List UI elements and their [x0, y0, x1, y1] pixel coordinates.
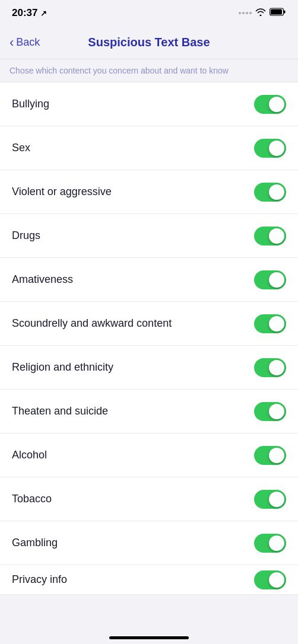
- list-item-tobacco: Tobacco: [0, 477, 298, 521]
- label-violent: Violent or aggressive: [12, 186, 112, 198]
- toggle-violent[interactable]: [254, 183, 286, 202]
- toggle-bullying[interactable]: [254, 95, 286, 114]
- subtitle-bar: Chose which contenct you concern about a…: [0, 59, 298, 82]
- nav-bar: ‹ Back Suspicious Text Base: [0, 26, 298, 59]
- signal-icon: [239, 12, 252, 14]
- status-time: 20:37 ↗: [12, 7, 47, 19]
- page-title: Suspicious Text Base: [88, 36, 210, 49]
- toggle-tobacco[interactable]: [254, 490, 286, 509]
- back-button[interactable]: ‹ Back: [9, 36, 40, 49]
- time-display: 20:37: [12, 7, 37, 19]
- list-item-scoundrelly: Scoundrelly and awkward content: [0, 302, 298, 346]
- home-indicator: [109, 636, 189, 639]
- battery-icon: [270, 8, 286, 18]
- list-item-amativeness: Amativeness: [0, 258, 298, 302]
- list-item-threaten: Theaten and suicide: [0, 390, 298, 433]
- label-sex: Sex: [12, 142, 30, 154]
- label-drugs: Drugs: [12, 229, 40, 242]
- status-bar: 20:37 ↗: [0, 0, 298, 26]
- toggle-gambling[interactable]: [254, 534, 286, 553]
- svg-rect-1: [271, 9, 282, 15]
- list-item-alcohol: Alcohol: [0, 433, 298, 477]
- toggle-religion[interactable]: [254, 358, 286, 377]
- wifi-icon: [255, 8, 266, 18]
- toggle-sex[interactable]: [254, 139, 286, 158]
- list-item-privacy: Privacy info: [0, 565, 298, 595]
- list-item-gambling: Gambling: [0, 521, 298, 565]
- toggle-scoundrelly[interactable]: [254, 314, 286, 333]
- items-list: BullyingSexViolent or aggressiveDrugsAma…: [0, 82, 298, 595]
- label-privacy: Privacy info: [12, 573, 67, 586]
- label-scoundrelly: Scoundrelly and awkward content: [12, 317, 172, 330]
- status-icons: [239, 8, 286, 18]
- list-item-drugs: Drugs: [0, 214, 298, 258]
- label-amativeness: Amativeness: [12, 273, 73, 286]
- label-gambling: Gambling: [12, 537, 58, 549]
- toggle-amativeness[interactable]: [254, 270, 286, 289]
- label-tobacco: Tobacco: [12, 493, 52, 505]
- toggle-threaten[interactable]: [254, 402, 286, 421]
- list-item-violent: Violent or aggressive: [0, 170, 298, 214]
- back-label: Back: [16, 36, 40, 49]
- subtitle-text: Chose which contenct you concern about a…: [9, 66, 229, 75]
- back-chevron-icon: ‹: [9, 36, 14, 49]
- label-religion: Religion and ethnicity: [12, 361, 113, 374]
- list-item-religion: Religion and ethnicity: [0, 346, 298, 390]
- label-alcohol: Alcohol: [12, 449, 47, 461]
- svg-rect-2: [284, 11, 286, 14]
- toggle-alcohol[interactable]: [254, 446, 286, 465]
- label-bullying: Bullying: [12, 98, 49, 110]
- label-threaten: Theaten and suicide: [12, 405, 108, 417]
- toggle-drugs[interactable]: [254, 227, 286, 246]
- location-icon: ↗: [40, 9, 47, 18]
- list-item-bullying: Bullying: [0, 82, 298, 126]
- list-item-sex: Sex: [0, 126, 298, 170]
- toggle-privacy[interactable]: [254, 570, 286, 589]
